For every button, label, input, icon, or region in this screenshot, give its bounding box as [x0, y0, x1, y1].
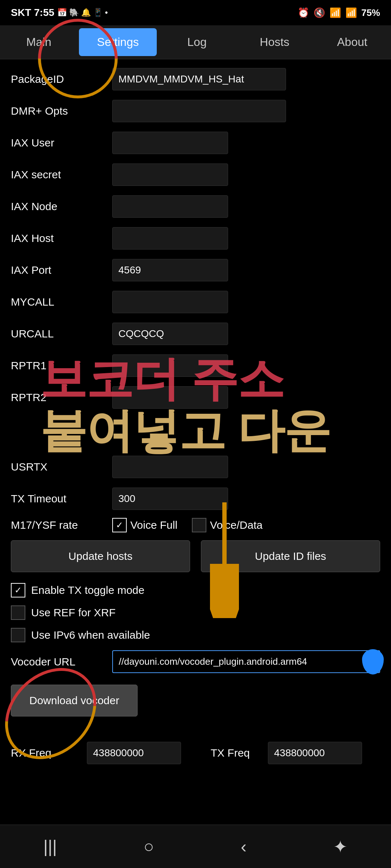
ipv6-label: Use IPv6 when available — [31, 629, 150, 641]
input-iaxhost[interactable] — [112, 227, 228, 250]
signal-icon: 📶 — [345, 7, 357, 18]
nav-main[interactable]: Main — [0, 25, 77, 59]
rate-row: M17/YSF rate ✓ Voice Full Voice/Data — [11, 518, 380, 532]
input-rptr2[interactable] — [112, 386, 228, 409]
ipv6-checkbox[interactable] — [11, 628, 25, 642]
status-bar: SKT 7:55 📅 🐘 🔔 📱 • ⏰ 🔇 📶 📶 75% — [0, 0, 391, 25]
tx-freq-input[interactable] — [268, 742, 362, 764]
rate-voice-data[interactable]: Voice/Data — [192, 518, 262, 532]
field-packageid: PackageID — [11, 67, 380, 92]
alarm-icon: ⏰ — [298, 7, 309, 18]
tx-freq-label: TX Freq — [192, 747, 257, 759]
input-packageid[interactable] — [112, 68, 286, 90]
wifi-icon: 📶 — [329, 7, 341, 18]
input-dmropts[interactable] — [112, 100, 286, 122]
notification-icons: 📅 🐘 🔔 📱 • — [57, 8, 108, 17]
field-iaxuser: IAX User — [11, 130, 380, 156]
ref-xrf-label: Use REF for XRF — [31, 607, 115, 619]
blue-drop-icon — [362, 649, 384, 675]
vocoder-url-label: Vocoder URL — [11, 656, 112, 668]
input-iaxnode[interactable] — [112, 195, 228, 218]
label-iaxsecret: IAX secret — [11, 169, 112, 181]
label-iaxport: IAX Port — [11, 264, 112, 276]
freq-row: RX Freq TX Freq — [11, 742, 380, 764]
label-dmropts: DMR+ Opts — [11, 105, 112, 117]
calendar-icon: 📅 — [57, 8, 67, 17]
update-id-files-button[interactable]: Update ID files — [201, 540, 380, 572]
rate-label: M17/YSF rate — [11, 519, 112, 531]
action-buttons: Update hosts Update ID files — [11, 540, 380, 572]
status-right: ⏰ 🔇 📶 📶 75% — [298, 7, 380, 18]
bottom-spacer — [11, 771, 380, 822]
rx-freq-input[interactable] — [87, 742, 181, 764]
field-rptr1: RPTR1 — [11, 353, 380, 378]
tx-toggle-checkbox[interactable]: ✓ — [11, 583, 25, 597]
nav-log[interactable]: Log — [158, 25, 236, 59]
settings-content: PackageID DMR+ Opts IAX User IAX secret … — [0, 59, 391, 829]
dot-icon: • — [105, 8, 108, 17]
vocoder-url-input[interactable] — [112, 650, 380, 673]
input-txtimeout[interactable] — [112, 488, 228, 510]
field-usrtx: USRTX — [11, 454, 380, 480]
rate-voice-full-checkbox[interactable]: ✓ — [112, 518, 127, 532]
field-txtimeout: TX Timeout — [11, 486, 380, 511]
rate-voice-data-checkbox[interactable] — [192, 518, 206, 532]
bottom-nav-home[interactable]: ○ — [143, 837, 154, 856]
field-iaxsecret: IAX secret — [11, 162, 380, 187]
field-iaxhost: IAX Host — [11, 226, 380, 251]
input-urcall[interactable] — [112, 323, 228, 345]
input-mycall[interactable] — [112, 291, 228, 313]
label-iaxnode: IAX Node — [11, 200, 112, 213]
label-mycall: MYCALL — [11, 296, 112, 308]
overlay-region: RPTR1 RPTR2 보코더 주소 붙여넣고 다운 — [11, 353, 380, 454]
input-iaxport[interactable] — [112, 259, 228, 281]
check-tx-toggle[interactable]: ✓ Enable TX toggle mode — [11, 583, 380, 597]
check-ref-xrf[interactable]: Use REF for XRF — [11, 605, 380, 620]
bell-icon: 🔔 — [81, 8, 91, 17]
tx-toggle-label: Enable TX toggle mode — [31, 584, 144, 596]
field-mycall: MYCALL — [11, 289, 380, 315]
label-iaxhost: IAX Host — [11, 232, 112, 244]
phone-icon: 📱 — [93, 8, 103, 17]
nav-bar: Main Settings Log Hosts About — [0, 25, 391, 59]
status-left: SKT 7:55 📅 🐘 🔔 📱 • — [11, 7, 108, 18]
field-urcall: URCALL — [11, 321, 380, 346]
label-txtimeout: TX Timeout — [11, 493, 112, 505]
download-vocoder-container: Download vocoder — [11, 685, 138, 716]
label-iaxuser: IAX User — [11, 137, 112, 149]
bottom-nav-accessibility[interactable]: ✦ — [333, 837, 348, 857]
nav-hosts[interactable]: Hosts — [236, 25, 313, 59]
label-urcall: URCALL — [11, 328, 112, 340]
time-label: 7:55 — [34, 7, 54, 18]
carrier-label: SKT — [11, 7, 31, 18]
field-iaxport: IAX Port — [11, 258, 380, 283]
rx-freq-label: RX Freq — [11, 747, 76, 759]
ref-xrf-checkbox[interactable] — [11, 605, 25, 620]
label-packageid: PackageID — [11, 73, 112, 85]
label-rptr2: RPTR2 — [11, 391, 112, 404]
rate-options: ✓ Voice Full Voice/Data — [112, 518, 262, 532]
field-dmropts: DMR+ Opts — [11, 98, 380, 124]
bottom-nav: ||| ○ ‹ ✦ — [0, 825, 391, 868]
field-iaxnode: IAX Node — [11, 194, 380, 219]
input-iaxsecret[interactable] — [112, 163, 228, 186]
nav-about[interactable]: About — [314, 25, 391, 59]
label-rptr1: RPTR1 — [11, 359, 112, 372]
rate-voice-full-label: Voice Full — [130, 519, 177, 531]
rate-voice-data-label: Voice/Data — [210, 519, 262, 531]
rate-voice-full[interactable]: ✓ Voice Full — [112, 518, 177, 532]
check-ipv6[interactable]: Use IPv6 when available — [11, 628, 380, 642]
download-vocoder-button[interactable]: Download vocoder — [11, 685, 138, 716]
elephant-icon: 🐘 — [69, 8, 79, 17]
nav-settings[interactable]: Settings — [79, 28, 156, 56]
update-hosts-button[interactable]: Update hosts — [11, 540, 190, 572]
bottom-nav-back[interactable]: ‹ — [241, 837, 247, 856]
vocoder-url-row: Vocoder URL — [11, 650, 380, 673]
input-usrtx[interactable] — [112, 456, 228, 478]
bottom-nav-recent[interactable]: ||| — [43, 837, 57, 856]
input-rptr1[interactable] — [112, 354, 228, 377]
mute-icon: 🔇 — [314, 7, 325, 18]
input-iaxuser[interactable] — [112, 132, 228, 154]
label-usrtx: USRTX — [11, 461, 112, 473]
field-rptr2: RPTR2 — [11, 385, 380, 410]
